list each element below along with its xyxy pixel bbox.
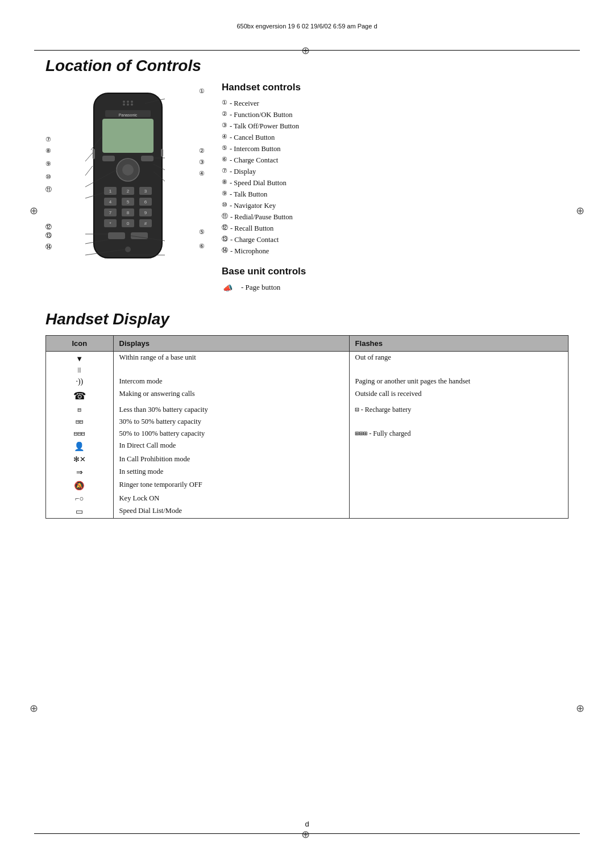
table-row: 🔕 Ringer tone temporarily OFF (46, 479, 569, 493)
list-item: ② - Function/OK Button (222, 109, 569, 120)
base-unit-text: - Page button (241, 283, 280, 292)
base-unit-title: Base unit controls (222, 266, 569, 277)
page-button-icon: 📣 (222, 282, 238, 293)
list-item: ⑫ - Recall Button (222, 223, 569, 234)
header-text: 650bx engversion 19 6 02 19/6/02 6:59 am… (237, 23, 377, 30)
svg-point-4 (123, 101, 125, 103)
label-3: ③ (199, 158, 205, 166)
svg-text:4: 4 (109, 199, 112, 205)
label-14: ⑭ (45, 243, 52, 251)
flashes-cell: Outside call is received (349, 388, 568, 404)
icon-cell: 🔕 (46, 479, 114, 493)
icon-cell: ▭ (46, 505, 114, 519)
reg-mark-left-top: ⊕ (30, 205, 38, 217)
icon-cell: ⇒ (46, 466, 114, 479)
flashes-cell (349, 440, 568, 453)
list-item: ⑤ - Intercom Button (222, 143, 569, 155)
svg-line-48 (85, 153, 93, 161)
displays-cell: Within range of a base unit (113, 352, 349, 376)
list-item: ⑨ - Talk Button (222, 189, 569, 200)
table-row: ⇒ In setting mode (46, 466, 569, 479)
label-7: ⑦ (45, 136, 51, 143)
list-item: ⑪ - Redial/Pause Button (222, 211, 569, 223)
flashes-cell: Out of range (349, 352, 568, 376)
list-item: ③ - Talk Off/Power Button (222, 120, 569, 132)
svg-rect-12 (102, 156, 115, 161)
list-item: ① - Receiver (222, 98, 569, 109)
base-unit-content: 📣 - Page button (222, 282, 569, 293)
svg-text:5: 5 (127, 199, 130, 205)
page-border-bottom (34, 833, 580, 834)
table-row: ▭ Speed Dial List/Mode (46, 505, 569, 519)
page-number: d (305, 820, 309, 828)
flashes-cell: Paging or another unit pages the handset (349, 375, 568, 388)
col-header-flashes: Flashes (349, 336, 568, 352)
icon-cell: ☎ (46, 388, 114, 404)
list-item: ⑩ - Navigator Key (222, 200, 569, 211)
flashes-cell (349, 453, 568, 466)
displays-cell: In setting mode (113, 466, 349, 479)
table-row: ☎ Making or answering calls Outside call… (46, 388, 569, 404)
svg-text:3: 3 (144, 189, 147, 194)
icon-cell: ⊟⊟ (46, 416, 114, 428)
label-8: ⑧ (45, 147, 51, 155)
list-item: ⑧ - Speed Dial Button (222, 177, 569, 189)
label-10: ⑩ (45, 173, 51, 181)
icon-cell: ⌐○ (46, 493, 114, 505)
display-table: Icon Displays Flashes ▼||| Within range … (45, 335, 569, 519)
svg-text:Panasonic: Panasonic (119, 113, 138, 117)
table-row: ⊟⊟⊟ 50% to 100% battery capacity ⊞⊞⊞ - F… (46, 428, 569, 440)
controls-list: ① - Receiver ② - Function/OK Button ③ - … (222, 98, 569, 257)
table-row: ✻✕ In Call Prohibition mode (46, 453, 569, 466)
svg-point-40 (125, 247, 131, 252)
displays-cell: In Direct Call mode (113, 440, 349, 453)
displays-cell: In Call Prohibition mode (113, 453, 349, 466)
displays-cell: Key Lock ON (113, 493, 349, 505)
svg-rect-42 (161, 149, 163, 157)
icon-cell: ⊟ (46, 404, 114, 416)
svg-point-11 (122, 164, 134, 176)
handset-display-section: Handset Display Icon Displays Flashes ▼|… (45, 310, 569, 519)
table-row: ⊟⊟ 30% to 50% battery capacity (46, 416, 569, 428)
icon-cell: 👤 (46, 440, 114, 453)
list-item: ⑦ - Display (222, 166, 569, 177)
label-9: ⑨ (45, 160, 51, 168)
flashes-cell (349, 466, 568, 479)
list-item: ⑥ - Charge Contact (222, 155, 569, 166)
svg-rect-38 (108, 232, 125, 239)
flashes-cell (349, 416, 568, 428)
table-row: ▼||| Within range of a base unit Out of … (46, 352, 569, 376)
list-item: ⑬ - Charge Contact (222, 234, 569, 245)
displays-cell: Making or answering calls (113, 388, 349, 404)
col-header-icon: Icon (46, 336, 114, 352)
phone-svg: Panasonic 1 2 3 (77, 87, 179, 269)
svg-text:9: 9 (144, 210, 147, 215)
displays-cell: Less than 30% battery capacity (113, 404, 349, 416)
svg-text:8: 8 (127, 210, 130, 215)
flashes-cell: ⊞⊞⊞ - Fully charged (349, 428, 568, 440)
list-item: ⑭ - Microphone (222, 245, 569, 257)
reg-mark-left-bottom: ⊕ (30, 702, 38, 715)
main-content: Location of Controls Panasonic (45, 57, 569, 519)
svg-text:6: 6 (144, 199, 147, 205)
reg-mark-right-top: ⊕ (576, 205, 584, 217)
displays-cell: 50% to 100% battery capacity (113, 428, 349, 440)
label-1: ① (199, 87, 205, 95)
svg-rect-1 (102, 119, 154, 153)
icon-cell: ✻✕ (46, 453, 114, 466)
displays-cell: Speed Dial List/Mode (113, 505, 349, 519)
svg-point-6 (131, 101, 133, 103)
svg-rect-13 (141, 156, 154, 161)
table-row: 👤 In Direct Call mode (46, 440, 569, 453)
flashes-cell (349, 479, 568, 493)
handset-controls-panel: Handset controls ① - Receiver ② - Functi… (222, 82, 569, 293)
table-row: ·)) Intercom mode Paging or another unit… (46, 375, 569, 388)
svg-text:0: 0 (127, 221, 130, 226)
icon-cell: ▼||| (46, 352, 114, 376)
table-row: ⌐○ Key Lock ON (46, 493, 569, 505)
svg-point-8 (127, 103, 129, 106)
base-unit-section: Base unit controls 📣 - Page button (222, 266, 569, 293)
svg-text:7: 7 (109, 210, 112, 215)
displays-cell: Ringer tone temporarily OFF (113, 479, 349, 493)
svg-text:*: * (109, 221, 111, 226)
